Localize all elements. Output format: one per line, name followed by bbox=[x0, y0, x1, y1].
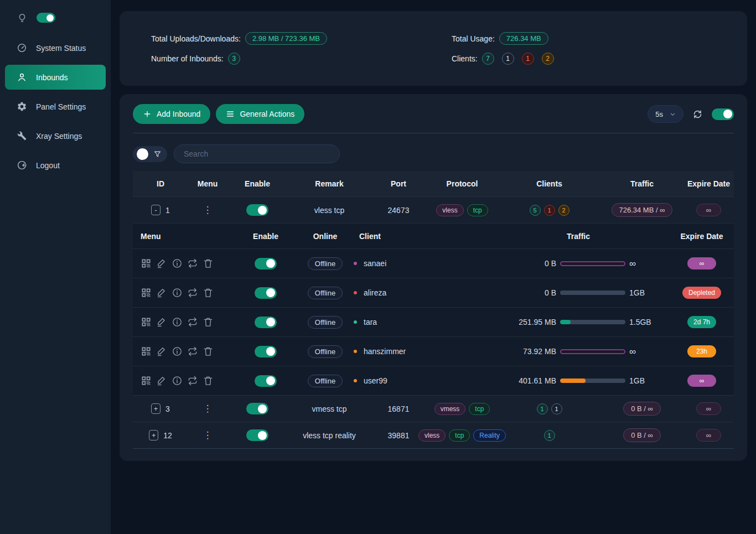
total-uploads-downloads-label: Total Uploads/Downloads: bbox=[151, 34, 241, 43]
online-status-badge: Offline bbox=[308, 257, 343, 270]
sidebar-item-label: System Status bbox=[36, 44, 86, 53]
sidebar-header bbox=[0, 9, 111, 31]
client-count-badge: 1 bbox=[551, 403, 562, 414]
qr-code-icon[interactable] bbox=[141, 317, 152, 328]
add-inbound-button[interactable]: Add Inbound bbox=[133, 104, 210, 124]
refresh-icon[interactable] bbox=[692, 109, 703, 120]
info-icon[interactable] bbox=[172, 258, 183, 269]
info-icon[interactable] bbox=[172, 346, 183, 357]
theme-toggle[interactable] bbox=[37, 13, 55, 23]
row-menu-icon[interactable]: ⋮ bbox=[203, 403, 213, 414]
online-status-badge: Offline bbox=[308, 287, 343, 299]
edit-icon[interactable] bbox=[156, 287, 167, 298]
client-enable-toggle[interactable] bbox=[255, 346, 277, 357]
edit-icon[interactable] bbox=[156, 375, 167, 386]
reset-traffic-icon[interactable] bbox=[187, 258, 198, 269]
info-icon[interactable] bbox=[172, 375, 183, 386]
delete-icon[interactable] bbox=[203, 287, 214, 298]
client-color-dot bbox=[354, 291, 357, 294]
clients-count-online: 1 bbox=[502, 53, 514, 65]
sidebar-item-label: Panel Settings bbox=[36, 102, 86, 111]
traffic-bar bbox=[560, 291, 625, 295]
app-layout: System Status Inbounds Panel Settings Xr… bbox=[0, 0, 756, 534]
filter-toggle[interactable] bbox=[133, 146, 167, 162]
header-protocol: Protocol bbox=[426, 179, 498, 188]
expand-button[interactable]: + bbox=[151, 403, 160, 414]
sidebar-item-logout[interactable]: Logout bbox=[0, 153, 111, 178]
inbound-enable-toggle[interactable] bbox=[246, 204, 268, 216]
reset-traffic-icon[interactable] bbox=[187, 375, 198, 386]
traffic-used: 73.92 MB bbox=[505, 347, 556, 356]
reset-traffic-icon[interactable] bbox=[187, 317, 198, 328]
client-name: user99 bbox=[364, 376, 387, 385]
header-menu: Menu bbox=[188, 179, 227, 188]
inbound-remark: vmess tcp bbox=[288, 405, 371, 413]
sidebar-item-system-status[interactable]: System Status bbox=[0, 35, 111, 60]
client-enable-toggle[interactable] bbox=[255, 258, 277, 269]
refresh-interval-select[interactable]: 5s bbox=[648, 105, 683, 123]
delete-icon[interactable] bbox=[203, 375, 214, 386]
edit-icon[interactable] bbox=[156, 317, 167, 328]
hamburger-icon bbox=[226, 110, 235, 118]
client-color-dot bbox=[354, 262, 357, 265]
client-count-badge: 1 bbox=[537, 403, 548, 414]
clients-label: Clients: bbox=[452, 54, 478, 63]
row-menu-icon[interactable]: ⋮ bbox=[203, 205, 213, 215]
inbound-traffic: 726.34 MB / ∞ bbox=[612, 203, 673, 217]
search-input[interactable] bbox=[174, 144, 340, 163]
client-enable-toggle[interactable] bbox=[255, 317, 277, 328]
filter-toggle-knob bbox=[137, 148, 148, 160]
header-enable: Enable bbox=[232, 232, 299, 241]
protocol-tag: vless bbox=[418, 429, 446, 442]
delete-icon[interactable] bbox=[203, 258, 214, 269]
client-enable-toggle[interactable] bbox=[255, 287, 277, 299]
info-icon[interactable] bbox=[172, 287, 183, 298]
total-uploads-downloads-value: 2.98 MB / 723.36 MB bbox=[245, 32, 327, 45]
toolbar-right: 5s bbox=[648, 105, 734, 123]
inbound-enable-toggle[interactable] bbox=[246, 403, 268, 414]
client-count-badge: 1 bbox=[544, 205, 555, 216]
expand-button[interactable]: + bbox=[149, 430, 158, 440]
traffic-limit: 1.5GB bbox=[629, 318, 651, 326]
client-enable-toggle[interactable] bbox=[255, 375, 277, 387]
qr-code-icon[interactable] bbox=[141, 287, 152, 298]
funnel-icon bbox=[153, 150, 162, 158]
edit-icon[interactable] bbox=[156, 346, 167, 357]
reset-traffic-icon[interactable] bbox=[187, 287, 198, 298]
header-expire-date: Expire Date bbox=[683, 179, 734, 188]
sidebar-item-xray-settings[interactable]: Xray Settings bbox=[0, 123, 111, 148]
sidebar: System Status Inbounds Panel Settings Xr… bbox=[0, 0, 111, 534]
qr-code-icon[interactable] bbox=[141, 375, 152, 386]
inbound-expire: ∞ bbox=[696, 204, 721, 216]
inbound-remark: vless tcp reality bbox=[288, 431, 371, 440]
protocol-tag: tcp bbox=[449, 429, 470, 442]
refresh-interval-value: 5s bbox=[655, 110, 663, 118]
sidebar-item-inbounds[interactable]: Inbounds bbox=[5, 65, 106, 90]
table-bottom-divider bbox=[133, 448, 734, 449]
delete-icon[interactable] bbox=[203, 346, 214, 357]
total-usage-label: Total Usage: bbox=[452, 34, 495, 43]
inbound-row-3: + 3 ⋮ vmess tcp 16871 vmess tcp 1 1 0 B … bbox=[133, 395, 734, 422]
total-usage: Total Usage: 726.34 MB bbox=[452, 32, 734, 45]
auto-refresh-toggle[interactable] bbox=[712, 108, 734, 120]
delete-icon[interactable] bbox=[203, 317, 214, 328]
collapse-button[interactable]: - bbox=[151, 205, 160, 215]
client-name: hanszimmer bbox=[364, 347, 406, 356]
info-icon[interactable] bbox=[172, 317, 183, 328]
qr-code-icon[interactable] bbox=[141, 258, 152, 269]
general-actions-button[interactable]: General Actions bbox=[216, 104, 304, 124]
traffic-limit: ∞ bbox=[629, 259, 651, 268]
header-menu: Menu bbox=[133, 232, 232, 241]
inbound-id: 1 bbox=[165, 206, 170, 215]
row-menu-icon[interactable]: ⋮ bbox=[203, 430, 213, 440]
inbound-row-1: - 1 ⋮ vless tcp 24673 vless tcp 5 1 2 72… bbox=[133, 196, 734, 223]
client-count-badge: 5 bbox=[530, 205, 541, 216]
edit-icon[interactable] bbox=[156, 258, 167, 269]
client-row-user99: Offline user99 401.61 MB 1GB ∞ bbox=[133, 366, 734, 395]
chevron-down-icon bbox=[670, 111, 676, 117]
sidebar-item-panel-settings[interactable]: Panel Settings bbox=[0, 94, 111, 119]
reset-traffic-icon[interactable] bbox=[187, 346, 198, 357]
expire-badge: ∞ bbox=[687, 375, 716, 387]
qr-code-icon[interactable] bbox=[141, 346, 152, 357]
inbound-enable-toggle[interactable] bbox=[246, 429, 268, 441]
